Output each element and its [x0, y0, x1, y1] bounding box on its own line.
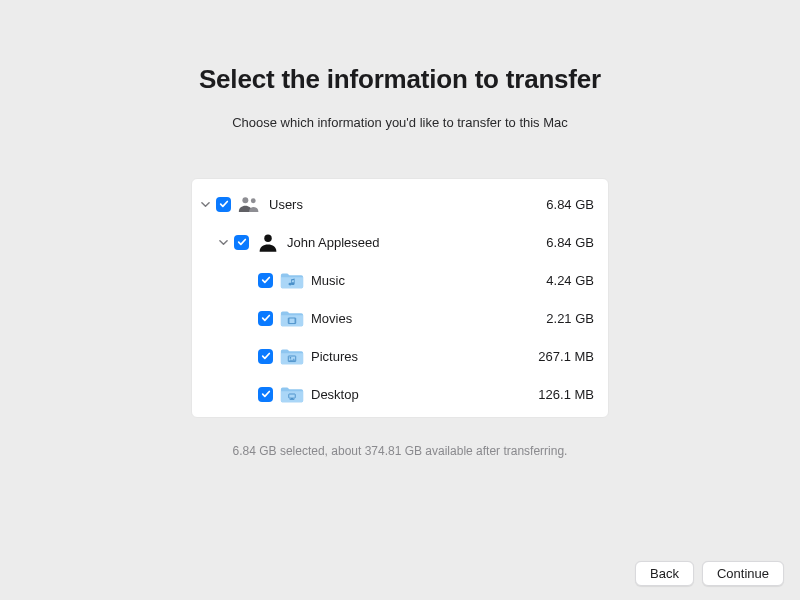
status-text: 6.84 GB selected, about 374.81 GB availa… — [233, 444, 568, 458]
tree-label: Desktop — [311, 387, 514, 402]
svg-rect-10 — [290, 399, 295, 400]
footer-buttons: Back Continue — [635, 561, 784, 586]
svg-point-7 — [290, 357, 292, 359]
chevron-down-icon[interactable] — [198, 197, 212, 211]
folder-movies-icon — [279, 307, 305, 329]
checkbox-item[interactable] — [258, 311, 273, 326]
page-title: Select the information to transfer — [199, 64, 601, 95]
svg-point-1 — [251, 198, 256, 203]
tree-label: Movies — [311, 311, 514, 326]
checkbox-item[interactable] — [258, 349, 273, 364]
checkbox-item[interactable] — [258, 387, 273, 402]
back-button[interactable]: Back — [635, 561, 694, 586]
tree-row-item[interactable]: Desktop 126.1 MB — [192, 375, 608, 413]
tree-size: 267.1 MB — [514, 349, 594, 364]
tree-row-item[interactable]: Movies 2.21 GB — [192, 299, 608, 337]
folder-pictures-icon — [279, 345, 305, 367]
tree-size: 4.24 GB — [514, 273, 594, 288]
svg-point-0 — [242, 197, 248, 203]
svg-rect-5 — [294, 318, 295, 324]
tree-label: John Appleseed — [287, 235, 514, 250]
tree-row-item[interactable]: Pictures 267.1 MB — [192, 337, 608, 375]
user-silhouette-icon — [255, 231, 281, 253]
tree-label: Users — [269, 197, 514, 212]
checkbox-item[interactable] — [258, 273, 273, 288]
checkbox-users[interactable] — [216, 197, 231, 212]
folder-desktop-icon — [279, 383, 305, 405]
svg-point-2 — [264, 235, 271, 242]
checkbox-user[interactable] — [234, 235, 249, 250]
tree-label: Music — [311, 273, 514, 288]
tree-size: 6.84 GB — [514, 197, 594, 212]
page-subtitle: Choose which information you'd like to t… — [232, 115, 568, 130]
users-group-icon — [237, 193, 263, 215]
tree-row-item[interactable]: Music 4.24 GB — [192, 261, 608, 299]
folder-music-icon — [279, 269, 305, 291]
svg-rect-9 — [291, 398, 293, 399]
tree-size: 126.1 MB — [514, 387, 594, 402]
svg-rect-4 — [288, 318, 289, 324]
chevron-down-icon[interactable] — [216, 235, 230, 249]
tree-label: Pictures — [311, 349, 514, 364]
tree-row-user[interactable]: John Appleseed 6.84 GB — [192, 223, 608, 261]
transfer-tree-panel: Users 6.84 GB John Appleseed 6.84 GB — [191, 178, 609, 418]
continue-button[interactable]: Continue — [702, 561, 784, 586]
tree-size: 2.21 GB — [514, 311, 594, 326]
tree-size: 6.84 GB — [514, 235, 594, 250]
tree-row-users[interactable]: Users 6.84 GB — [192, 185, 608, 223]
